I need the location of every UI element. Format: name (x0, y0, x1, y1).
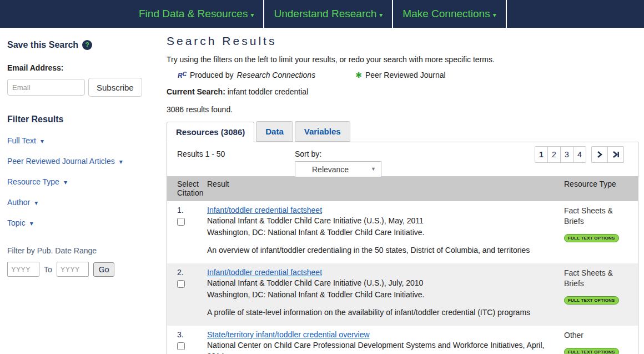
to-label: To (44, 265, 52, 274)
citation-checkbox[interactable] (177, 280, 185, 288)
resource-type-value: Fact Sheets & Briefs (564, 268, 633, 289)
sidebar: Save this Search ? Email Address: Subscr… (0, 28, 167, 354)
resource-type-value: Fact Sheets & Briefs (564, 206, 633, 227)
legend-peer-reviewed: ✱ Peer Reviewed Journal (355, 71, 445, 79)
result-title-link[interactable]: Infant/toddler credential factsheet (207, 206, 322, 215)
pub-date-range-label: Filter by Pub. Date Range (7, 246, 155, 255)
page-subtitle: Try using the filters on the left to lim… (167, 55, 638, 64)
citation-checkbox[interactable] (177, 218, 185, 226)
skip-to-last-icon (612, 151, 620, 158)
year-from-field[interactable] (7, 262, 39, 277)
table-row: 3. State/territory infant/toddler creden… (167, 326, 638, 354)
filter-label: Resource Type (7, 177, 59, 186)
save-search-title: Save this Search (7, 40, 78, 50)
chevron-down-icon: ▾ (250, 11, 254, 19)
result-description: A profile of state-level information on … (207, 307, 557, 318)
table-row: 2. Infant/toddler credential factsheet N… (167, 263, 638, 326)
nav-item-find-data[interactable]: Find Data & Resources ▾ (129, 0, 264, 28)
page-button-3[interactable]: 3 (560, 146, 573, 163)
filter-topic[interactable]: Topic ▾ (7, 218, 155, 227)
legend: RC Produced by Research Connections ✱ Pe… (178, 71, 638, 79)
result-number: 2. (177, 268, 207, 277)
results-table-header: Select Citation Result Resource Type (167, 176, 638, 201)
full-text-options-badge[interactable]: FULL TEXT OPTIONS (564, 348, 619, 354)
nav-item-label: Find Data & Resources (139, 8, 248, 20)
main-content: Search Results Try using the filters on … (167, 28, 644, 354)
last-page-button[interactable] (607, 146, 624, 163)
navbar-spacer (0, 0, 129, 28)
chevron-down-icon: ▾ (34, 199, 38, 207)
filter-label: Full Text (7, 136, 36, 145)
email-label: Email Address: (7, 63, 155, 72)
result-source: National Infant & Toddler Child Care Ini… (207, 215, 557, 226)
result-description: An overview of infant/toddler credential… (207, 245, 557, 256)
go-button[interactable]: Go (93, 262, 115, 277)
filter-full-text[interactable]: Full Text ▾ (7, 136, 155, 145)
result-source: National Infant & Toddler Child Care Ini… (207, 277, 557, 288)
page-button-1[interactable]: 1 (535, 146, 548, 163)
page-button-4[interactable]: 4 (573, 146, 586, 163)
full-text-options-badge[interactable]: FULL TEXT OPTIONS (564, 296, 619, 305)
results-found: 3086 results found. (167, 105, 638, 114)
help-icon[interactable]: ? (82, 40, 92, 50)
asterisk-icon: ✱ (355, 71, 362, 79)
resource-type-value: Other (564, 330, 633, 341)
legend-produced-by-name: Research Connections (237, 71, 316, 79)
nav-item-make-connections[interactable]: Make Connections ▾ (393, 0, 506, 28)
current-search-value: infant toddler credential (228, 87, 309, 96)
result-title-link[interactable]: State/territory infant/toddler credentia… (207, 330, 370, 339)
nav-item-label: Understand Research (274, 8, 376, 20)
tab-bar: Resources (3086) Data Variables (167, 121, 638, 142)
chevron-right-icon (596, 151, 603, 158)
filter-author[interactable]: Author ▾ (7, 198, 155, 207)
full-text-options-badge[interactable]: FULL TEXT OPTIONS (564, 234, 619, 242)
filter-label: Topic (7, 218, 26, 227)
page-button-2[interactable]: 2 (547, 146, 561, 163)
tab-data[interactable]: Data (256, 121, 293, 142)
table-row: 1. Infant/toddler credential factsheet N… (167, 201, 638, 263)
chevron-down-icon: ▾ (119, 158, 123, 166)
current-search-label: Current Search: (167, 87, 225, 96)
result-number: 1. (177, 206, 207, 215)
tab-resources[interactable]: Resources (3086) (167, 122, 254, 142)
filter-results-title: Filter Results (7, 114, 155, 124)
filter-label: Peer Reviewed Journal Articles (7, 157, 115, 166)
page-arrow-group (591, 146, 624, 163)
page-number-group: 1 2 3 4 (535, 146, 586, 163)
next-page-button[interactable] (591, 146, 608, 163)
legend-peer-label: Peer Reviewed Journal (365, 71, 446, 79)
year-to-field[interactable] (57, 262, 89, 277)
chevron-down-icon: ▾ (379, 11, 383, 19)
header-resource-type: Resource Type (564, 180, 638, 197)
filter-peer-reviewed[interactable]: Peer Reviewed Journal Articles ▾ (7, 157, 155, 166)
top-navbar: Find Data & Resources ▾ Understand Resea… (0, 0, 644, 28)
header-select-citation: Select Citation (167, 180, 207, 197)
result-publisher: Washington, DC: National Infant & Toddle… (207, 227, 557, 238)
header-result: Result (207, 180, 564, 197)
sort-by-label: Sort by: (295, 149, 381, 158)
filter-list: Full Text ▾ Peer Reviewed Journal Articl… (7, 136, 155, 227)
chevron-down-icon: ▾ (30, 220, 33, 227)
legend-produced-by: RC Produced by Research Connections (178, 71, 315, 79)
chevron-down-icon: ▾ (64, 178, 67, 186)
current-search: Current Search: infant toddler credentia… (167, 87, 638, 96)
pagination: 1 2 3 4 (535, 146, 624, 163)
chevron-down-icon: ▾ (493, 11, 496, 19)
sort-select[interactable]: Relevance ▼ (295, 161, 381, 177)
subscribe-button[interactable]: Subscribe (88, 78, 142, 97)
results-range: Results 1 - 50 (177, 149, 225, 158)
tab-variables[interactable]: Variables (295, 121, 350, 142)
nav-item-label: Make Connections (402, 8, 490, 20)
citation-checkbox[interactable] (177, 342, 185, 350)
email-field[interactable] (7, 79, 85, 96)
legend-produced-by-text: Produced by (190, 71, 234, 79)
research-connections-icon: RC (178, 71, 187, 79)
chevron-down-icon: ▾ (41, 137, 44, 145)
result-title-link[interactable]: Infant/toddler credential factsheet (207, 268, 322, 277)
filter-label: Author (7, 198, 30, 207)
dropdown-arrow-icon: ▼ (371, 166, 376, 172)
nav-item-understand-research[interactable]: Understand Research ▾ (264, 0, 393, 28)
result-publisher: Washington, DC: National Infant & Toddle… (207, 289, 557, 300)
result-source: National Center on Child Care Profession… (207, 340, 557, 354)
filter-resource-type[interactable]: Resource Type ▾ (7, 177, 155, 186)
